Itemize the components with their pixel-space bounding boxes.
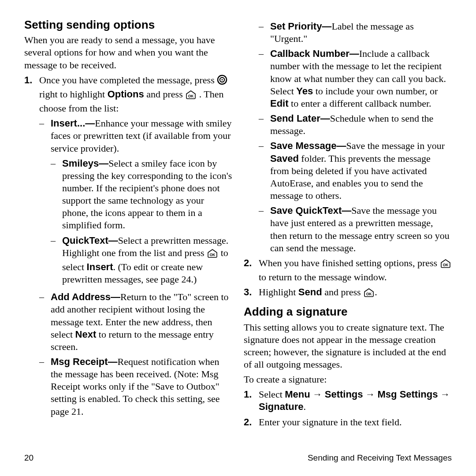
svg-point-2 xyxy=(222,79,223,80)
option-insert: – Insert...—Enhance your message with sm… xyxy=(39,117,232,288)
saved-word: Saved xyxy=(270,153,299,164)
option-set-priority: – Set Priority—Label the message as "Urg… xyxy=(259,20,452,45)
callback-label: Callback Number— xyxy=(270,48,359,59)
send-word: Send xyxy=(298,286,322,298)
option-quicktext: – QuickText—Select a prewritten message.… xyxy=(51,234,232,286)
period: . xyxy=(303,401,306,412)
ok-key-icon: OK xyxy=(363,288,375,300)
dash-marker: – xyxy=(51,234,62,286)
page-number: 20 xyxy=(24,453,33,463)
option-add-address: – Add Address—Return to the "To" screen … xyxy=(39,291,232,353)
option-save-message: – Save Message—Save the message in your … xyxy=(259,140,452,202)
dash-marker: – xyxy=(39,356,51,418)
section-title: Adding a signature xyxy=(244,305,452,319)
svg-text:OK: OK xyxy=(188,94,194,98)
smileys-label: Smileys— xyxy=(62,158,108,169)
signature-steps: 1. Select Menu → Settings → Msg Settings… xyxy=(244,388,452,428)
step-2: 2. When you have finished setting option… xyxy=(244,257,452,283)
text: and press xyxy=(322,286,363,298)
step-3: 3. Highlight Send and press OK . xyxy=(244,286,452,300)
text: . xyxy=(375,286,377,298)
savemsg-label: Save Message— xyxy=(270,140,346,151)
options-word: Options xyxy=(108,89,144,100)
step-1: 1. Once you have completed the message, … xyxy=(24,74,232,420)
step-body: Once you have completed the message, pre… xyxy=(39,74,232,420)
option-callback-number: – Callback Number—Include a callback num… xyxy=(259,48,452,110)
edit-word: Edit xyxy=(270,98,289,109)
text: to include your own number, or xyxy=(313,86,438,97)
arrow: → xyxy=(310,389,325,400)
menu-word: Menu xyxy=(285,389,310,400)
right-column: – Set Priority—Label the message as "Urg… xyxy=(244,18,452,445)
sig-step-1: 1. Select Menu → Settings → Msg Settings… xyxy=(244,388,452,413)
addaddr-label: Add Address— xyxy=(51,291,120,302)
dash-marker: – xyxy=(259,205,270,254)
arrow: → xyxy=(363,389,378,400)
intro-paragraph: This setting allows you to create signat… xyxy=(244,321,452,371)
quicktext-label: QuickText— xyxy=(62,235,118,246)
yes-word: Yes xyxy=(296,86,313,97)
next-word: Next xyxy=(75,329,97,340)
option-smileys: – Smileys—Select a smiley face icon by p… xyxy=(51,157,232,232)
text: to enter a different callback number. xyxy=(289,98,431,109)
dash-marker: – xyxy=(259,48,270,110)
insert-label: Insert...— xyxy=(51,118,95,129)
left-column: Setting sending options When you are rea… xyxy=(24,18,232,445)
insert-word: Insert xyxy=(87,261,113,272)
settings-word: Settings xyxy=(325,389,363,400)
option-save-quicktext: – Save QuickText—Save the message you ha… xyxy=(259,205,452,254)
text: right to highlight xyxy=(39,89,108,100)
options-sublist: – Insert...—Enhance your message with sm… xyxy=(39,117,232,418)
ok-key-icon: OK xyxy=(440,259,451,271)
insert-sublist: – Smileys—Select a smiley face icon by p… xyxy=(51,157,232,286)
arrow: → xyxy=(438,389,450,400)
steps-list: 1. Once you have completed the message, … xyxy=(24,74,232,420)
dash-marker: – xyxy=(39,291,51,353)
svg-text:OK: OK xyxy=(210,253,216,257)
sig-step-2: 2. Enter your signature in the text fiel… xyxy=(244,416,452,428)
step-marker: 1. xyxy=(244,388,259,413)
columns: Setting sending options When you are rea… xyxy=(24,18,452,445)
step-marker: 2. xyxy=(244,257,259,283)
text: Save the message in your xyxy=(346,140,445,151)
intro-paragraph: When you are ready to send a message, yo… xyxy=(24,34,232,71)
svg-text:OK: OK xyxy=(443,263,449,267)
text: to return to the message window. xyxy=(259,271,387,283)
savequick-label: Save QuickText— xyxy=(270,205,351,216)
svg-text:OK: OK xyxy=(366,292,372,296)
step-marker: 3. xyxy=(244,286,259,300)
text: When you have finished setting options, … xyxy=(259,257,440,268)
steps-list-cont: 2. When you have finished setting option… xyxy=(244,257,452,300)
dash-marker: – xyxy=(51,157,62,232)
text: Highlight xyxy=(259,286,298,298)
lead-paragraph: To create a signature: xyxy=(244,373,452,386)
nav-circle-icon xyxy=(217,74,227,88)
page-footer: 20 Sending and Receiving Text Messages xyxy=(24,453,452,463)
text: Enter your signature in the text field. xyxy=(259,416,402,428)
text: and press xyxy=(146,89,185,100)
text: Select xyxy=(259,389,285,400)
page: Setting sending options When you are rea… xyxy=(0,0,476,476)
msgreceipt-label: Msg Receipt— xyxy=(51,356,118,367)
text: Once you have completed the message, pre… xyxy=(39,74,217,86)
options-sublist-cont: – Set Priority—Label the message as "Urg… xyxy=(259,20,452,254)
ok-key-icon: OK xyxy=(207,249,218,261)
sendlater-label: Send Later— xyxy=(270,113,330,124)
step-marker: 2. xyxy=(244,416,259,428)
dash-marker: – xyxy=(259,112,270,137)
section-title: Setting sending options xyxy=(24,18,232,32)
option-msg-receipt: – Msg Receipt—Request notification when … xyxy=(39,356,232,418)
setpriority-label: Set Priority— xyxy=(270,21,331,32)
step-marker: 1. xyxy=(24,74,39,420)
signature-word: Signature xyxy=(259,401,303,412)
footer-title: Sending and Receiving Text Messages xyxy=(308,453,452,463)
msgsettings-word: Msg Settings xyxy=(378,389,438,400)
dash-marker: – xyxy=(39,117,51,288)
option-send-later: – Send Later—Schedule when to send the m… xyxy=(259,112,452,137)
dash-marker: – xyxy=(259,140,270,202)
ok-key-icon: OK xyxy=(185,90,197,102)
dash-marker: – xyxy=(259,20,270,45)
